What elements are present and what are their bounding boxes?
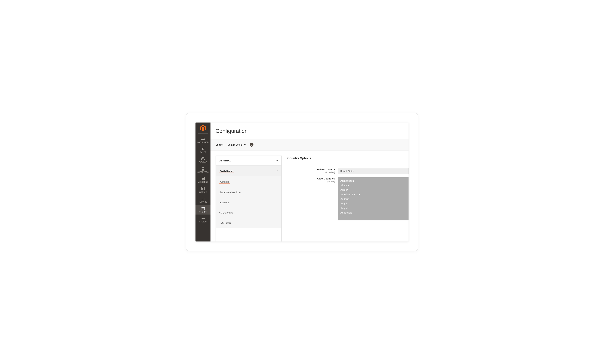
scope-selector[interactable]: Default Config <box>227 143 246 146</box>
country-option[interactable]: Afghanistan <box>338 178 408 183</box>
svg-text:$: $ <box>202 147 204 151</box>
country-option[interactable]: Algeria <box>338 188 408 192</box>
config-group-label: GENERAL <box>219 159 231 162</box>
app-window: DASHBOARD $ SALES CATALOG CUSTOMERS <box>196 123 408 241</box>
layout-icon <box>201 187 205 190</box>
sidebar-divider <box>198 133 208 134</box>
main-content: Configuration Scope: Default Config ? GE… <box>211 123 408 241</box>
magento-logo-icon <box>200 125 206 132</box>
config-item-rss-feeds[interactable]: RSS Feeds <box>216 218 281 228</box>
config-item-label: Inventory <box>219 201 229 204</box>
svg-point-1 <box>202 167 204 168</box>
svg-rect-6 <box>203 198 203 200</box>
select-value: United States <box>340 170 354 173</box>
config-group-catalog[interactable]: CATALOG <box>216 165 281 176</box>
svg-line-15 <box>204 219 204 219</box>
gear-icon <box>201 216 205 220</box>
config-nav: GENERAL CATALOG Catalog <box>215 156 282 241</box>
box-icon <box>201 157 205 161</box>
config-item-visual-merchandiser[interactable]: Visual Merchandiser <box>216 187 281 198</box>
nav-label: SALES <box>200 151 206 153</box>
field-label: Allow Countries <box>317 177 335 180</box>
config-item-xml-sitemap[interactable]: XML Sitemap <box>216 208 281 218</box>
default-country-select[interactable]: United States <box>338 168 408 174</box>
nav-label: STORES <box>199 211 207 213</box>
dollar-icon: $ <box>201 147 205 151</box>
nav-label: MARKETING <box>198 181 208 183</box>
field-input: Afghanistan Albania Algeria American Sam… <box>338 177 408 220</box>
svg-point-9 <box>202 218 203 219</box>
scope-value: Default Config <box>227 143 242 146</box>
scope-label: Scope: <box>215 143 224 146</box>
bar-chart-icon <box>201 197 205 200</box>
gauge-icon <box>201 137 205 141</box>
svg-rect-7 <box>204 198 204 200</box>
nav-label: SYSTEM <box>199 221 207 223</box>
nav-label: CATALOG <box>199 161 207 163</box>
config-content: GENERAL CATALOG Catalog <box>211 151 408 241</box>
nav-catalog[interactable]: CATALOG <box>196 155 211 165</box>
nav-label: REPORTS <box>199 201 207 203</box>
field-allow-countries: Allow Countries [website] Afghanistan Al… <box>287 177 408 220</box>
country-option[interactable]: Andorra <box>338 197 408 201</box>
country-option[interactable]: Anguilla <box>338 206 408 210</box>
config-sub-catalog: Catalog Visual Merchandiser Inventory XM… <box>216 176 281 228</box>
nav-marketing[interactable]: MARKETING <box>196 175 211 185</box>
admin-sidebar: DASHBOARD $ SALES CATALOG CUSTOMERS <box>196 123 211 241</box>
page-header: Configuration <box>211 123 408 139</box>
svg-line-17 <box>204 217 204 218</box>
country-option[interactable]: Angola <box>338 201 408 206</box>
person-icon <box>201 167 205 171</box>
nav-label: DASHBOARD <box>197 141 208 143</box>
nav-sales[interactable]: $ SALES <box>196 145 211 155</box>
chevron-down-icon <box>276 159 278 162</box>
store-icon <box>201 207 205 210</box>
nav-label: CUSTOMERS <box>197 171 208 173</box>
logo[interactable] <box>196 123 211 133</box>
field-scope-hint: [store view] <box>287 171 335 174</box>
help-icon[interactable]: ? <box>250 143 253 147</box>
country-option[interactable]: Albania <box>338 183 408 188</box>
nav-dashboard[interactable]: DASHBOARD <box>196 135 211 145</box>
nav-reports[interactable]: REPORTS <box>196 195 211 205</box>
allow-countries-multiselect[interactable]: Afghanistan Albania Algeria American Sam… <box>338 177 408 220</box>
svg-line-14 <box>202 217 202 218</box>
field-scope-hint: [website] <box>287 180 335 183</box>
field-label: Default Country <box>317 168 335 171</box>
scope-bar: Scope: Default Config ? <box>211 139 408 151</box>
field-input: United States <box>338 168 408 174</box>
svg-rect-8 <box>202 208 204 210</box>
field-label-wrap: Allow Countries [website] <box>287 177 338 183</box>
nav-content[interactable]: CONTENT <box>196 185 211 195</box>
config-group-label: CATALOG <box>219 169 234 173</box>
country-option[interactable]: Antarctica <box>338 210 408 215</box>
country-option[interactable]: American Samoa <box>338 192 408 197</box>
svg-rect-2 <box>201 187 205 190</box>
svg-rect-5 <box>202 199 202 200</box>
config-panel: Country Options Default Country [store v… <box>287 156 408 241</box>
field-label-wrap: Default Country [store view] <box>287 168 338 174</box>
chevron-up-icon <box>276 170 278 172</box>
page-title: Configuration <box>215 128 403 134</box>
section-title: Country Options <box>287 157 408 160</box>
config-item-label: RSS Feeds <box>219 221 231 224</box>
config-item-label: XML Sitemap <box>219 211 233 214</box>
config-item-label: Visual Merchandiser <box>219 191 241 194</box>
nav-system[interactable]: SYSTEM <box>196 214 211 225</box>
nav-label: CONTENT <box>199 191 207 193</box>
field-default-country: Default Country [store view] United Stat… <box>287 168 408 174</box>
megaphone-icon <box>201 177 205 180</box>
config-item-label: Catalog <box>219 180 230 184</box>
nav-customers[interactable]: CUSTOMERS <box>196 165 211 175</box>
config-item-catalog[interactable]: Catalog <box>216 176 281 187</box>
config-group-general[interactable]: GENERAL <box>216 156 281 165</box>
config-item-inventory[interactable]: Inventory <box>216 198 281 208</box>
caret-down-icon <box>244 144 246 145</box>
nav-stores[interactable]: STORES <box>196 205 211 214</box>
svg-line-16 <box>202 219 202 219</box>
